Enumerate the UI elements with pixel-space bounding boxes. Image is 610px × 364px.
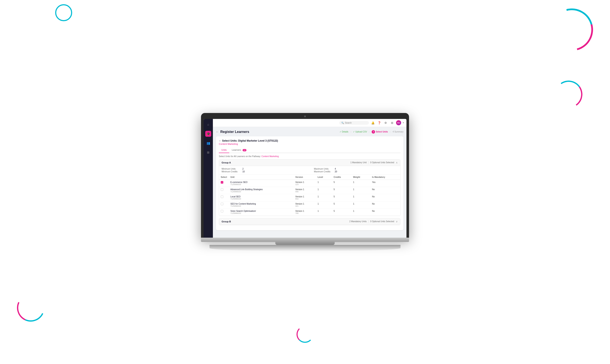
tab-learners-label: Learners	[232, 149, 241, 151]
row-2-unit: Local SEO 7125896020	[229, 194, 293, 201]
row-1-weight: 1	[351, 187, 370, 194]
step-summary: 4 Summary	[393, 130, 403, 133]
row-2-checkbox[interactable]	[221, 195, 223, 198]
row-0-unit: E-commerce SEO 7125896020	[229, 180, 293, 187]
sidebar: ⌂ 🎓 👥 ⊞	[204, 119, 213, 238]
tab-units-label: Units	[221, 149, 227, 151]
row-1-version: Version 1 456	[293, 187, 316, 194]
topbar: 🔍 Search 🔔 ❓ ⚙ ⊞ RG ▾	[213, 119, 406, 127]
main-area: 🔍 Search 🔔 ❓ ⚙ ⊞ RG ▾ ←	[213, 119, 406, 238]
th-select: Select	[219, 175, 229, 180]
stat-max-units-val: 4	[335, 168, 336, 170]
row-1-version-label: Version 1	[295, 188, 314, 191]
row-4-version-num: 789	[295, 212, 314, 214]
th-credits: Credits	[332, 175, 351, 180]
card-back-link[interactable]: ← Select Units: Digital Marketer Level 3…	[219, 139, 401, 142]
table-header-row: Select Unit Version Level Credits Weight…	[219, 175, 400, 180]
table-row: Voice Search Optimisation/ 7125896020 Ve…	[219, 208, 400, 216]
group-b-optional: 0 Optional Units Selected	[370, 220, 394, 223]
deco-circle-bottom-center	[296, 326, 314, 343]
row-4-mandatory: No	[370, 208, 400, 216]
user-dropdown-icon[interactable]: ▾	[403, 122, 404, 124]
search-icon: 🔍	[341, 122, 344, 124]
group-a-header: Group A 1 Mandatory Unit 0 Optional Unit…	[219, 159, 400, 166]
group-a-section: Group A 1 Mandatory Unit 0 Optional Unit…	[219, 159, 401, 216]
row-1-version-num: 456	[295, 191, 314, 193]
th-weight: Weight	[351, 175, 370, 180]
row-0-checkbox[interactable]	[221, 181, 223, 183]
step-sep-3: —	[389, 130, 391, 133]
units-table: Select Unit Version Level Credits Weight…	[219, 175, 400, 216]
laptop-frame: ⌂ 🎓 👥 ⊞ 🔍 Search 🔔 ❓ ⚙	[201, 113, 409, 251]
stat-min-units-val: 2	[242, 168, 244, 170]
sidebar-item-grid[interactable]: ⊞	[205, 149, 211, 156]
settings-icon[interactable]: ⚙	[383, 120, 388, 125]
stat-min-credits-label: Minimum Credits	[222, 170, 241, 173]
stat-min-credits: Minimum Credits 10	[222, 170, 305, 173]
step-summary-label: Summary	[394, 130, 403, 133]
step-summary-num: 4	[393, 130, 394, 133]
row-0-unit-name: E-commerce SEO	[230, 181, 292, 183]
user-avatar[interactable]: RG	[396, 120, 401, 125]
laptop-shadow	[209, 245, 401, 251]
th-level: Level	[316, 175, 332, 180]
row-2-version-label: Version 1	[295, 195, 314, 198]
notification-icon[interactable]: 🔔	[371, 120, 375, 125]
row-3-level: 1	[316, 201, 332, 208]
row-0-unit-code: 7125896020	[230, 183, 292, 185]
row-2-checkbox-cell	[219, 194, 229, 201]
group-a-meta: 1 Mandatory Unit 0 Optional Units Select…	[350, 161, 398, 164]
row-3-version-label: Version 1	[295, 203, 314, 205]
row-3-weight: 1	[351, 201, 370, 208]
row-0-credits: 5	[332, 180, 351, 187]
step-details-label: Details	[342, 130, 348, 133]
tab-learners[interactable]: Learners 20	[229, 147, 249, 153]
group-a-chevron[interactable]: ∧	[396, 161, 398, 164]
row-3-credits: 5	[332, 201, 351, 208]
group-a-optional: 0 Optional Units Selected	[370, 161, 394, 164]
sidebar-item-register[interactable]: 🎓	[205, 131, 211, 137]
row-2-unit-code: 7125896020	[230, 198, 292, 200]
row-4-checkbox[interactable]	[221, 210, 223, 212]
row-2-weight: 1	[351, 194, 370, 201]
pathway-info: Select Units for All Learners on the Pat…	[219, 155, 401, 157]
step-sep-2: —	[368, 130, 370, 133]
step-select-units-label: Select Units	[376, 130, 388, 133]
group-b-chevron[interactable]: ∨	[396, 220, 398, 223]
step-upload: ✓ Upload CSV	[353, 130, 367, 133]
row-2-mandatory: No	[370, 194, 400, 201]
sidebar-item-users[interactable]: 👥	[205, 140, 211, 146]
step-upload-check: ✓	[353, 130, 355, 133]
row-3-version-num: 321	[295, 205, 314, 207]
sidebar-item-home[interactable]: ⌂	[205, 121, 211, 127]
tab-units[interactable]: Units	[219, 147, 229, 153]
row-4-unit: Voice Search Optimisation/ 7125896020	[229, 208, 293, 216]
th-unit: Unit	[229, 175, 293, 180]
help-icon[interactable]: ❓	[377, 120, 382, 125]
back-arrow[interactable]: ←	[216, 130, 219, 133]
row-4-version: Version 1 789	[293, 208, 316, 216]
stat-max-credits-val: 20	[335, 170, 337, 173]
row-4-credits: 5	[332, 208, 351, 216]
row-4-unit-code: 7125896020	[230, 212, 292, 214]
row-3-unit: SEO for Content Marketing 7125896020	[229, 201, 293, 208]
row-3-checkbox[interactable]	[221, 203, 223, 205]
table-row: Advanced Link-Building Strategies 712589…	[219, 187, 400, 194]
group-a-mandatory: 1 Mandatory Unit	[350, 161, 367, 164]
group-b-header: Group B 2 Mandatory Units 0 Optional Uni…	[219, 218, 400, 225]
row-1-checkbox[interactable]	[221, 188, 223, 191]
search-box[interactable]: 🔍 Search	[339, 121, 369, 125]
row-0-level: 1	[316, 180, 332, 187]
grid-icon[interactable]: ⊞	[390, 120, 394, 125]
stat-max-units-label: Maximum Units	[314, 168, 333, 170]
row-1-mandatory: No	[370, 187, 400, 194]
th-mandatory: Is Mandatory	[370, 175, 400, 180]
step-details: ✓ Details	[340, 130, 348, 133]
step-upload-label: Upload CSV	[355, 130, 367, 133]
pathway-link[interactable]: Content Marketing	[262, 155, 279, 157]
laptop-camera	[304, 116, 306, 117]
stat-min-units: Minimum Units 2	[222, 168, 305, 170]
pathway-text: Select Units for All Learners on the Pat…	[219, 155, 261, 157]
row-0-version-label: Version 1	[295, 181, 314, 183]
row-3-version: Version 1 321	[293, 201, 316, 208]
